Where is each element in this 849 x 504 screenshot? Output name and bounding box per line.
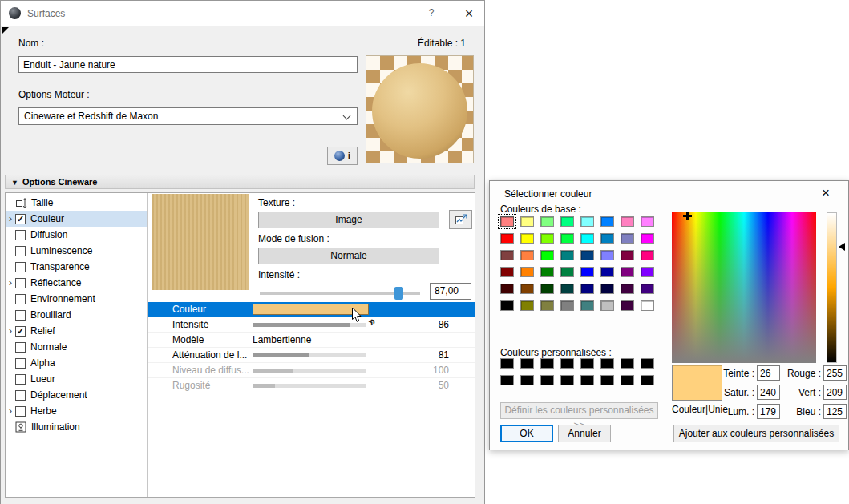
basic-color-swatch[interactable] (621, 233, 634, 244)
basic-color-swatch[interactable] (580, 233, 594, 244)
basic-color-swatch[interactable] (520, 300, 534, 311)
ok-button[interactable]: OK (500, 425, 553, 442)
tree-item-relief[interactable]: ›✓Relief (6, 323, 147, 339)
basic-color-swatch[interactable] (621, 216, 634, 227)
custom-color-swatch[interactable] (520, 358, 534, 369)
tree-item-deplacement[interactable]: Déplacement (6, 387, 147, 403)
checkbox-alpha[interactable] (15, 358, 26, 369)
custom-color-swatch[interactable] (580, 375, 594, 385)
checkbox-lueur[interactable] (15, 374, 26, 385)
tree-item-brouillard[interactable]: Brouillard (6, 307, 147, 323)
basic-color-swatch[interactable] (621, 300, 634, 311)
custom-color-swatch[interactable] (621, 358, 634, 369)
engine-select[interactable]: Cineware et Redshift de Maxon (18, 107, 358, 125)
surfaces-titlebar[interactable]: Surfaces ? × (1, 1, 484, 26)
custom-color-swatch[interactable] (520, 375, 534, 385)
property-row-modele[interactable]: ModèleLambertienne (148, 333, 475, 348)
property-slider[interactable] (253, 369, 366, 373)
basic-color-swatch[interactable] (600, 233, 614, 244)
intensity-slider-thumb[interactable] (394, 287, 403, 300)
cineware-section-header[interactable]: ▼Options Cineware (5, 175, 475, 189)
close-button[interactable]: × (456, 3, 482, 24)
custom-color-swatch[interactable] (641, 358, 654, 369)
tree-item-normale[interactable]: Normale (6, 339, 147, 355)
checkbox-brouillard[interactable] (15, 310, 26, 321)
help-button[interactable]: ? (423, 7, 439, 18)
basic-color-swatch[interactable] (540, 250, 554, 260)
tree-item-alpha[interactable]: Alpha (6, 355, 147, 371)
property-row-attenuation-de-l[interactable]: Atténuation de l...81 (148, 348, 475, 363)
basic-color-swatch[interactable] (520, 233, 534, 244)
custom-color-swatch[interactable] (540, 375, 554, 385)
custom-color-swatch[interactable] (540, 358, 554, 369)
panel-collapse-triangle[interactable] (2, 27, 9, 34)
luminance-arrow-icon[interactable] (839, 243, 845, 251)
hue-saturation-field[interactable] (672, 212, 816, 363)
basic-color-swatch[interactable] (540, 216, 554, 227)
basic-color-swatch[interactable] (560, 284, 574, 294)
cancel-button[interactable]: Annuler (558, 425, 611, 442)
tree-item-couleur[interactable]: ›✓Couleur (6, 211, 147, 227)
checkbox-herbe[interactable] (15, 406, 26, 417)
basic-color-swatch[interactable] (580, 284, 594, 294)
property-row-couleur[interactable]: Couleur (148, 302, 475, 317)
basic-color-swatch[interactable] (500, 216, 514, 227)
luminance-bar[interactable] (827, 212, 837, 363)
field-input-vert[interactable] (823, 385, 847, 400)
basic-color-swatch[interactable] (641, 300, 654, 311)
checkbox-deplacement[interactable] (15, 390, 26, 401)
basic-color-swatch[interactable] (580, 216, 594, 227)
checkbox-couleur[interactable]: ✓ (15, 214, 26, 224)
basic-color-swatch[interactable] (500, 233, 514, 244)
cineware-info-button[interactable]: i (327, 147, 358, 165)
expand-chevron-icon[interactable]: › (6, 403, 15, 419)
basic-color-swatch[interactable] (600, 284, 614, 294)
custom-color-swatch[interactable] (580, 358, 594, 369)
basic-color-swatch[interactable] (600, 267, 614, 277)
basic-color-swatch[interactable] (500, 284, 514, 294)
property-slider[interactable] (253, 353, 366, 357)
basic-color-swatch[interactable] (621, 267, 634, 277)
basic-color-swatch[interactable] (600, 250, 614, 260)
field-input-satur[interactable] (757, 385, 780, 400)
basic-color-swatch[interactable] (540, 233, 554, 244)
expand-chevron-icon[interactable]: › (6, 211, 15, 227)
basic-color-swatch[interactable] (520, 250, 534, 260)
tree-item-illumination[interactable]: Illumination (6, 419, 147, 435)
fusion-mode-button[interactable]: Normale (258, 248, 439, 264)
basic-color-swatch[interactable] (560, 267, 574, 277)
basic-color-swatch[interactable] (641, 233, 654, 244)
tree-item-transparence[interactable]: Transparence (6, 259, 147, 275)
tree-item-herbe[interactable]: ›Herbe (6, 403, 147, 419)
custom-color-swatch[interactable] (560, 375, 574, 385)
basic-color-swatch[interactable] (600, 216, 614, 227)
custom-color-swatch[interactable] (600, 375, 614, 385)
tree-item-lueur[interactable]: Lueur (6, 371, 147, 387)
custom-color-swatch[interactable] (641, 375, 654, 385)
basic-color-swatch[interactable] (621, 284, 634, 294)
custom-color-swatch[interactable] (621, 375, 634, 385)
intensity-value-box[interactable]: 87,00 (430, 283, 471, 300)
basic-color-swatch[interactable] (580, 300, 594, 311)
custom-color-swatch[interactable] (560, 358, 574, 369)
field-input-lum[interactable] (757, 404, 780, 419)
custom-color-swatch[interactable] (500, 375, 514, 385)
checkbox-transparence[interactable] (15, 262, 26, 272)
expand-chevron-icon[interactable]: › (6, 275, 15, 291)
property-row-niveau-de-diffus[interactable]: Niveau de diffus...100 (148, 363, 475, 378)
basic-color-swatch[interactable] (520, 267, 534, 277)
basic-color-swatch[interactable] (560, 233, 574, 244)
basic-color-swatch[interactable] (560, 250, 574, 260)
checkbox-relief[interactable]: ✓ (15, 326, 26, 337)
property-row-intensite[interactable]: Intensité86 (148, 317, 475, 333)
basic-color-swatch[interactable] (641, 284, 654, 294)
tree-item-environnement[interactable]: Environnement (6, 291, 147, 307)
basic-color-swatch[interactable] (580, 267, 594, 277)
texture-image-button[interactable]: Image (258, 212, 439, 228)
field-input-teinte[interactable] (757, 365, 780, 381)
tree-item-luminescence[interactable]: Luminescence (6, 243, 147, 259)
intensity-slider[interactable] (260, 286, 420, 300)
checkbox-environnement[interactable] (15, 294, 26, 304)
basic-color-swatch[interactable] (641, 250, 654, 260)
basic-color-swatch[interactable] (520, 216, 534, 227)
